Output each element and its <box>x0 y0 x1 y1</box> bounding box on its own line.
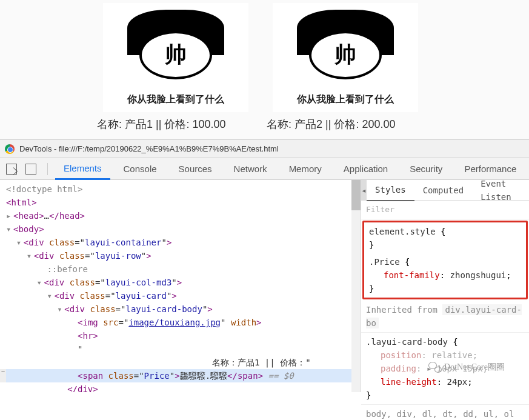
code-line: <img src="image/touxiang.jpg" width> <box>0 316 361 329</box>
code-line: ▾<div class="layui-col-md3"> <box>0 276 361 289</box>
product-row: 帅 你从我脸上看到了什么 名称: 产品1 || 价格: 100.00 帅 你从我… <box>0 0 529 139</box>
scrollbar[interactable] <box>351 180 361 392</box>
code-line: <!doctype html> <box>0 182 361 196</box>
tab-security[interactable]: Security <box>401 159 451 179</box>
rule-selector-line[interactable]: body, div, dl, dt, dd, ul, ol <box>361 405 529 420</box>
watermark: DotNet Core圈圈 <box>428 361 505 374</box>
device-toggle-icon[interactable] <box>25 164 36 175</box>
wechat-icon <box>428 362 442 373</box>
product-card-1: 帅 你从我脸上看到了什么 名称: 产品1 || 价格: 100.00 <box>97 3 255 136</box>
chrome-icon <box>5 144 15 154</box>
window-title: DevTools - file:///F:/temp/20190622_%E9%… <box>19 144 279 153</box>
code-line: ::before <box>0 262 361 276</box>
code-line: ▾<div class="layui-card-body"> <box>0 302 361 316</box>
tab-console[interactable]: Console <box>115 159 165 179</box>
code-line: ▾<div class="layui-row"> <box>0 249 361 262</box>
code-line: </div> <box>0 382 361 392</box>
tab-elements[interactable]: Elements <box>55 158 110 180</box>
devtools-window: DevTools - file:///F:/temp/20190622_%E9%… <box>0 139 529 392</box>
face-text: 帅 <box>165 40 187 70</box>
code-line: <html> <box>0 196 361 209</box>
tab-computed[interactable]: Computed <box>414 180 472 201</box>
inspect-icon[interactable] <box>6 164 17 175</box>
code-line: ▸<head>…</head> <box>0 209 361 222</box>
scroll-left-icon[interactable]: ◂ <box>361 180 367 200</box>
code-line: <hr> <box>0 329 361 342</box>
product-info-1: 名称: 产品1 || 价格: 100.00 <box>97 112 255 136</box>
product-info-2: 名称: 产品2 || 价格: 200.00 <box>267 112 424 136</box>
tab-sources[interactable]: Sources <box>170 159 221 179</box>
tab-application[interactable]: Application <box>335 159 396 179</box>
product-card-2: 帅 你从我脸上看到了什么 名称: 产品2 || 价格: 200.00 <box>267 3 424 136</box>
tab-event-listeners[interactable]: Event Listen <box>472 173 529 207</box>
tab-memory[interactable]: Memory <box>281 159 330 179</box>
image-caption: 你从我脸上看到了什么 <box>127 93 224 106</box>
elements-panel[interactable]: <!doctype html> <html> ▸<head>…</head> ▾… <box>0 180 361 392</box>
code-line: ▾<body> <box>0 222 361 236</box>
devtools-tabs: Elements Console Sources Network Memory … <box>0 158 529 180</box>
styles-panel: ◂ Styles Computed Event Listen Filter el… <box>361 180 529 392</box>
code-line: ▾<div class="layui-container"> <box>0 236 361 249</box>
inherited-from: Inherited from div.layui-card-bo <box>361 301 529 333</box>
image-caption: 你从我脸上看到了什么 <box>297 93 394 106</box>
code-line-selected: ⋯ <span class="Price">龘驋驋.驋驋</span> == $… <box>0 369 361 382</box>
devtools-titlebar: DevTools - file:///F:/temp/20190622_%E9%… <box>0 140 529 158</box>
product-image-1: 帅 你从我脸上看到了什么 <box>103 3 248 112</box>
tab-network[interactable]: Network <box>225 159 276 179</box>
code-line: " <box>0 342 361 356</box>
code-line: ▾<div class="layui-card"> <box>0 289 361 302</box>
product-image-2: 帅 你从我脸上看到了什么 <box>273 3 418 112</box>
code-line: 名称：产品1 || 价格：" <box>0 356 361 369</box>
tab-styles[interactable]: Styles <box>367 179 414 201</box>
rule-block-highlighted[interactable]: element.style { } .Price { font-family: … <box>362 221 528 299</box>
face-text: 帅 <box>334 40 356 70</box>
